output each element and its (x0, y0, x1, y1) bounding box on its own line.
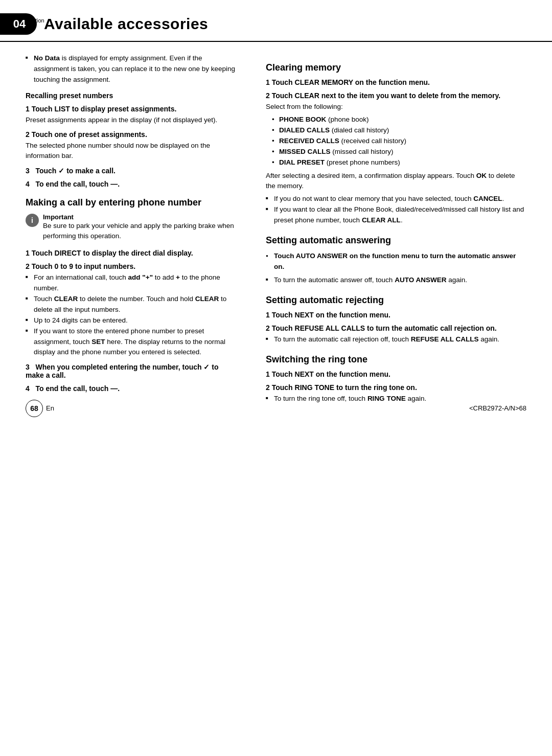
making-heading: Making a call by entering phone number (26, 197, 235, 208)
footer-reference: <CRB2972-A/N>68 (469, 404, 526, 412)
clearing-after: After selecting a desired item, a confir… (266, 171, 526, 192)
important-box: i Important Be sure to park your vehicle… (26, 213, 235, 244)
important-label: Important (43, 213, 235, 221)
auto-reject-step2-heading: 2 Touch REFUSE ALL CALLS to turn the aut… (266, 324, 526, 332)
clearing-section: Clearing memory 1 Touch CLEAR MEMORY on … (266, 62, 526, 226)
page-number-wrap: 68 En (26, 400, 54, 417)
list-item: To turn the automatic answer off, touch … (266, 275, 526, 286)
recalling-step2-heading: 2 Touch one of preset assignments. (26, 130, 235, 139)
list-item: Up to 24 digits can be entered. (26, 315, 235, 326)
clearing-step1-heading: 1 Touch CLEAR MEMORY on the function men… (266, 78, 526, 86)
page-lang: En (46, 404, 54, 412)
list-item: If you do not want to clear memory that … (266, 194, 526, 204)
recalling-heading: Recalling preset numbers (26, 91, 235, 100)
recalling-step3-heading: 3 Touch ✓ to make a call. (26, 167, 235, 175)
auto-answer-section: Setting automatic answering Touch AUTO A… (266, 235, 526, 286)
ring-tone-section: Switching the ring tone 1 Touch NEXT on … (266, 354, 526, 404)
recalling-step2-body: The selected phone number should now be … (26, 141, 235, 162)
making-step3-heading: 3 When you completed entering the number… (26, 363, 235, 379)
clearing-step2-heading: 2 Touch CLEAR next to the item you want … (266, 91, 526, 100)
list-item: Touch CLEAR to delete the number. Touch … (26, 294, 235, 315)
list-item: If you want to clear all the Phone Book,… (266, 204, 526, 226)
recalling-step1-heading: 1 Touch LIST to display preset assignmen… (26, 105, 235, 113)
important-icon: i (26, 214, 39, 227)
clearing-notes: If you do not want to clear memory that … (266, 194, 526, 226)
making-step4-heading: 4 To end the call, touch ―. (26, 384, 235, 393)
section-label: Section (26, 17, 44, 24)
ring-tone-step1-heading: 1 Touch NEXT on the function menu. (266, 370, 526, 378)
list-item: PHONE BOOK (phone book) (272, 114, 526, 125)
making-step1-heading: 1 Touch DIRECT to display the direct dia… (26, 249, 235, 257)
intro-bullets: No Data is displayed for empty assignmen… (26, 53, 235, 85)
recalling-step4-heading: 4 To end the call, touch ―. (26, 180, 235, 188)
ring-tone-heading: Switching the ring tone (266, 354, 526, 365)
clearing-heading: Clearing memory (266, 62, 526, 73)
list-item: If you want to store the entered phone n… (26, 326, 235, 358)
auto-answer-bullets: Touch AUTO ANSWER on the function menu t… (266, 251, 526, 272)
recalling-section: Recalling preset numbers 1 Touch LIST to… (26, 91, 235, 188)
list-item: Touch AUTO ANSWER on the function menu t… (266, 251, 526, 272)
auto-reject-heading: Setting automatic rejecting (266, 295, 526, 306)
list-item: To turn the automatic call rejection off… (266, 334, 526, 345)
list-item: MISSED CALLS (missed call history) (272, 147, 526, 157)
clearing-step2-body: Select from the following: (266, 102, 526, 112)
auto-answer-notes: To turn the automatic answer off, touch … (266, 275, 526, 286)
auto-reject-notes: To turn the automatic call rejection off… (266, 334, 526, 345)
section-badge: 04 (0, 13, 37, 35)
recalling-step1-body: Preset assignments appear in the display… (26, 115, 235, 125)
ring-tone-step2-heading: 2 Touch RING TONE to turn the ring tone … (266, 383, 526, 392)
auto-reject-step1-heading: 1 Touch NEXT on the function menu. (266, 311, 526, 319)
making-section: Making a call by entering phone number i… (26, 197, 235, 393)
page-title: Available accessories (44, 15, 208, 33)
important-content: Important Be sure to park your vehicle a… (43, 213, 235, 244)
list-item: RECEIVED CALLS (received call history) (272, 136, 526, 147)
footer: 68 En <CRB2972-A/N>68 (0, 400, 552, 417)
page-number: 68 (26, 400, 43, 417)
making-step2-bullets: For an international call, touch add "+"… (26, 272, 235, 358)
clearing-bullets: PHONE BOOK (phone book) DIALED CALLS (di… (266, 114, 526, 168)
making-step2-heading: 2 Touch 0 to 9 to input numbers. (26, 262, 235, 270)
list-item: DIALED CALLS (dialed call history) (272, 125, 526, 136)
auto-reject-section: Setting automatic rejecting 1 Touch NEXT… (266, 295, 526, 345)
important-body: Be sure to park your vehicle and apply t… (43, 221, 235, 242)
list-item: DIAL PRESET (preset phone numbers) (272, 157, 526, 168)
no-data-note: No Data is displayed for empty assignmen… (34, 54, 235, 83)
list-item: For an international call, touch add "+"… (26, 272, 235, 294)
auto-answer-heading: Setting automatic answering (266, 235, 526, 246)
